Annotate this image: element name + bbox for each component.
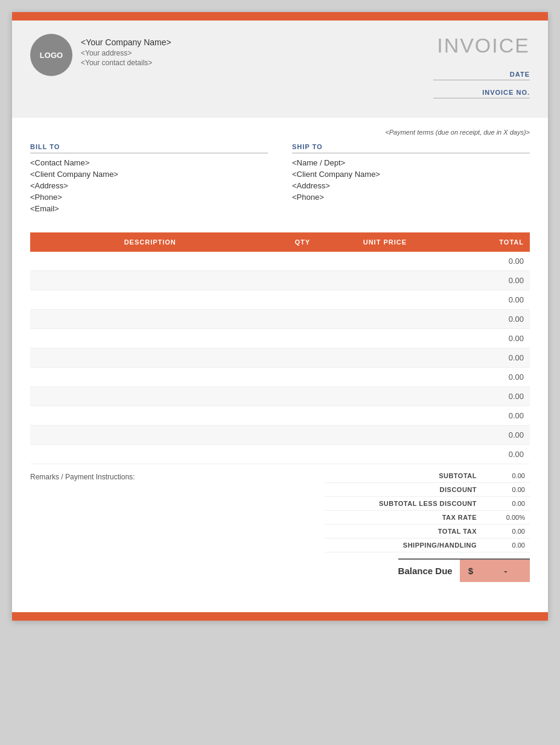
subtotal-label: SUBTOTAL xyxy=(325,469,482,483)
total-tax-value: 0.00 xyxy=(482,525,530,539)
totals-remarks-row: Remarks / Payment Instructions: SUBTOTAL… xyxy=(12,464,548,552)
spacer xyxy=(12,582,548,594)
table-header-row: DESCRIPTION QTY UNIT PRICE TOTAL xyxy=(30,232,530,252)
row-qty xyxy=(270,426,335,445)
ship-company-name: <Client Company Name> xyxy=(292,170,530,179)
bill-address: <Address> xyxy=(30,181,268,190)
body-section: <Payment terms (due on receipt, due in X… xyxy=(12,118,548,222)
table-row: 0.00 xyxy=(30,271,530,290)
table-row: 0.00 xyxy=(30,387,530,406)
row-total: 0.00 xyxy=(435,445,530,464)
col-unit-price: UNIT PRICE xyxy=(335,232,435,252)
items-section: DESCRIPTION QTY UNIT PRICE TOTAL 0.00 0.… xyxy=(12,222,548,464)
shipping-label: SHIPPING/HANDLING xyxy=(325,539,482,552)
total-tax-label: TOTAL TAX xyxy=(325,525,482,539)
row-total: 0.00 xyxy=(435,310,530,329)
tax-rate-value: 0.00% xyxy=(482,511,530,525)
row-qty xyxy=(270,368,335,387)
subtotal-value: 0.00 xyxy=(482,469,530,483)
row-description xyxy=(30,310,270,329)
invoice-no-field: INVOICE NO. xyxy=(397,86,530,98)
row-total: 0.00 xyxy=(435,406,530,426)
company-name: <Your Company Name> xyxy=(81,37,171,47)
table-row: 0.00 xyxy=(30,329,530,348)
row-unit-price xyxy=(335,368,435,387)
table-row: 0.00 xyxy=(30,310,530,329)
row-total: 0.00 xyxy=(435,290,530,310)
table-row: 0.00 xyxy=(30,290,530,310)
row-qty xyxy=(270,329,335,348)
row-qty xyxy=(270,271,335,290)
row-description xyxy=(30,329,270,348)
row-unit-price xyxy=(335,445,435,464)
row-description xyxy=(30,445,270,464)
row-description xyxy=(30,290,270,310)
balance-due-row: Balance Due $ - xyxy=(398,558,530,582)
tax-rate-label: TAX RATE xyxy=(325,511,482,525)
shipping-row: SHIPPING/HANDLING 0.00 xyxy=(325,539,530,552)
table-row: 0.00 xyxy=(30,368,530,387)
date-label: DATE xyxy=(433,71,530,80)
ship-phone: <Phone> xyxy=(292,193,530,202)
balance-due-wrapper: Balance Due $ - xyxy=(12,552,548,582)
invoice-title: INVOICE xyxy=(397,34,530,57)
bill-email: <Email> xyxy=(30,204,268,213)
row-description xyxy=(30,368,270,387)
discount-row: DISCOUNT 0.00 xyxy=(325,483,530,497)
payment-terms: <Payment terms (due on receipt, due in X… xyxy=(30,129,530,136)
row-total: 0.00 xyxy=(435,387,530,406)
company-info: <Your Company Name> <Your address> <Your… xyxy=(81,34,171,67)
bottom-accent-bar xyxy=(12,612,548,621)
row-unit-price xyxy=(335,310,435,329)
ship-name-dept: <Name / Dept> xyxy=(292,158,530,167)
header-section: LOGO <Your Company Name> <Your address> … xyxy=(12,21,548,118)
bill-ship-row: BILL TO <Contact Name> <Client Company N… xyxy=(30,143,530,216)
row-unit-price xyxy=(335,290,435,310)
company-address: <Your address> xyxy=(81,49,171,57)
shipping-value: 0.00 xyxy=(482,539,530,552)
discount-value: 0.00 xyxy=(482,483,530,497)
col-description: DESCRIPTION xyxy=(30,232,270,252)
row-total: 0.00 xyxy=(435,368,530,387)
row-unit-price xyxy=(335,348,435,368)
items-table: DESCRIPTION QTY UNIT PRICE TOTAL 0.00 0.… xyxy=(30,232,530,464)
subtotal-less-discount-value: 0.00 xyxy=(482,497,530,511)
balance-due-amount: - xyxy=(482,560,530,582)
row-qty xyxy=(270,252,335,271)
row-qty xyxy=(270,310,335,329)
row-unit-price xyxy=(335,387,435,406)
table-row: 0.00 xyxy=(30,445,530,464)
totals-table: SUBTOTAL 0.00 DISCOUNT 0.00 SUBTOTAL LES… xyxy=(325,469,530,552)
balance-due-label: Balance Due xyxy=(398,560,460,582)
col-qty: QTY xyxy=(270,232,335,252)
col-total: TOTAL xyxy=(435,232,530,252)
subtotal-row: SUBTOTAL 0.00 xyxy=(325,469,530,483)
invoice-no-label: INVOICE NO. xyxy=(433,89,530,98)
total-tax-row: TOTAL TAX 0.00 xyxy=(325,525,530,539)
row-qty xyxy=(270,387,335,406)
row-qty xyxy=(270,406,335,426)
tax-rate-row: TAX RATE 0.00% xyxy=(325,511,530,525)
company-contact: <Your contact details> xyxy=(81,59,171,67)
row-description xyxy=(30,252,270,271)
ship-address: <Address> xyxy=(292,181,530,190)
ship-to-section: SHIP TO <Name / Dept> <Client Company Na… xyxy=(292,143,530,216)
subtotal-less-discount-row: SUBTOTAL LESS DISCOUNT 0.00 xyxy=(325,497,530,511)
bill-to-label: BILL TO xyxy=(30,143,268,153)
bill-to-section: BILL TO <Contact Name> <Client Company N… xyxy=(30,143,268,216)
totals-area: SUBTOTAL 0.00 DISCOUNT 0.00 SUBTOTAL LES… xyxy=(325,469,530,552)
discount-label: DISCOUNT xyxy=(325,483,482,497)
table-row: 0.00 xyxy=(30,252,530,271)
row-description xyxy=(30,271,270,290)
bill-phone: <Phone> xyxy=(30,193,268,202)
row-unit-price xyxy=(335,252,435,271)
row-description xyxy=(30,426,270,445)
bill-company-name: <Client Company Name> xyxy=(30,170,268,179)
date-field: DATE xyxy=(397,68,530,80)
bill-contact-name: <Contact Name> xyxy=(30,158,268,167)
table-row: 0.00 xyxy=(30,406,530,426)
subtotal-less-discount-label: SUBTOTAL LESS DISCOUNT xyxy=(325,497,482,511)
row-qty xyxy=(270,290,335,310)
table-row: 0.00 xyxy=(30,348,530,368)
row-total: 0.00 xyxy=(435,329,530,348)
